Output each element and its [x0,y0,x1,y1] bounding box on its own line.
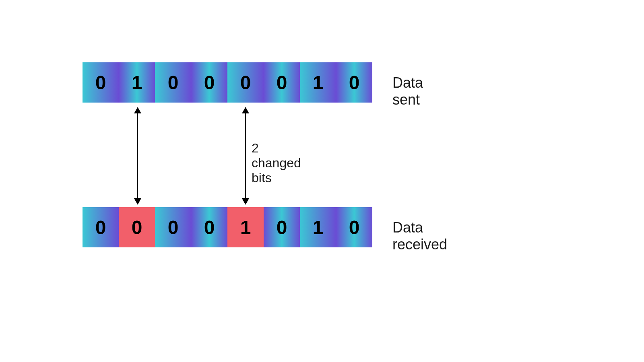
received-bit-4: 1 [227,207,264,247]
change-arrow-2 [245,113,246,199]
received-bit-3: 0 [191,207,227,247]
sent-bit-0: 0 [83,62,119,103]
received-bit-1: 0 [119,207,155,247]
changed-bits-label: 2 changed bits [252,141,301,185]
sent-bit-7: 0 [336,62,372,103]
change-arrow-1 [137,113,138,199]
sent-bit-3: 0 [191,62,227,103]
data-received-row: 0 0 0 0 1 0 1 0 [83,207,372,247]
data-sent-label: Data sent [392,74,423,108]
received-bit-6: 1 [300,207,336,247]
sent-bit-1: 1 [119,62,155,103]
received-bit-2: 0 [155,207,191,247]
sent-bit-5: 0 [264,62,300,103]
sent-bit-4: 0 [227,62,264,103]
received-bit-5: 0 [264,207,300,247]
sent-bit-2: 0 [155,62,191,103]
data-sent-row: 0 1 0 0 0 0 1 0 [83,62,372,103]
received-bit-0: 0 [83,207,119,247]
received-bit-7: 0 [336,207,372,247]
data-received-label: Data received [392,219,447,253]
sent-bit-6: 1 [300,62,336,103]
